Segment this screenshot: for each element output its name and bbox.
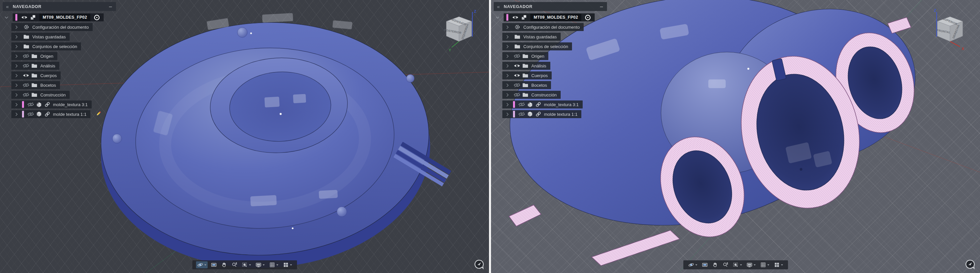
grid-settings-icon[interactable] (268, 261, 280, 268)
section-flange-strip[interactable] (509, 205, 541, 226)
tree-item-selection-sets[interactable]: Conjuntos de selección (494, 42, 607, 50)
tree-item-document-settings[interactable]: Configuración del documento (3, 23, 116, 31)
collapse-panel-icon[interactable]: « (497, 4, 500, 9)
visibility-eye-off-icon[interactable] (518, 112, 526, 117)
chevron-right-icon[interactable] (505, 54, 509, 58)
tree-item-construction[interactable]: Construcción (3, 91, 116, 99)
dropdown-caret-icon[interactable] (740, 264, 742, 266)
tree-item-molde-textura-31[interactable]: molde_textura 3:1 (494, 101, 607, 109)
visibility-eye-off-icon[interactable] (513, 54, 521, 58)
visibility-eye-off-icon[interactable] (513, 93, 521, 97)
chevron-right-icon[interactable] (14, 26, 18, 29)
navigation-badge-icon[interactable] (474, 259, 484, 271)
chevron-right-icon[interactable] (14, 45, 18, 48)
tree-item-document-settings[interactable]: Configuración del documento (494, 23, 607, 31)
tree-item-molde-textura-31[interactable]: molde_textura 3:1 (3, 101, 116, 109)
visibility-eye-off-icon[interactable] (22, 64, 30, 68)
collapse-panel-icon[interactable]: « (6, 4, 9, 9)
tree-item-bodies[interactable]: Cuerpos (494, 72, 607, 80)
orbit-icon[interactable] (687, 261, 698, 268)
activate-component-radio[interactable] (92, 14, 101, 21)
root-component-label[interactable]: MT09_MOLDES_FP02 (39, 14, 90, 21)
mold-body[interactable] (94, 5, 456, 273)
viewports-icon[interactable] (773, 261, 784, 268)
chevron-right-icon[interactable] (14, 112, 18, 116)
chevron-right-icon[interactable] (505, 112, 509, 116)
tree-item-molde-textura-11[interactable]: molde textura 1:1 (494, 110, 607, 118)
chevron-right-icon[interactable] (14, 54, 18, 58)
dropdown-caret-icon[interactable] (249, 264, 251, 266)
minimize-panel-icon[interactable]: – (109, 4, 112, 10)
visibility-eye-icon[interactable] (513, 64, 521, 68)
display-settings-icon[interactable] (255, 261, 266, 268)
viewport-left[interactable]: SUPERIOR POSTERIOR IZQUIERDA Z Y « NAVEG… (0, 0, 489, 273)
dropdown-caret-icon[interactable] (781, 264, 783, 266)
tree-item-root-component[interactable]: MT09_MOLDES_FP02 (3, 13, 116, 21)
zoom-window-icon[interactable] (241, 261, 252, 268)
visibility-eye-off-icon[interactable] (22, 83, 30, 88)
viewport-right[interactable]: SUPERIOR FRONTAL DERECHA Z X « NAVEGADOR… (491, 0, 980, 273)
tree-item-root-component[interactable]: MT09_MOLDES_FP02 (494, 13, 607, 21)
tree-item-saved-views[interactable]: Vistas guardadas (494, 33, 607, 41)
tree-item-origin[interactable]: Origen (3, 52, 116, 60)
root-component-label[interactable]: MT09_MOLDES_FP02 (530, 14, 581, 21)
dropdown-caret-icon[interactable] (695, 264, 697, 266)
viewports-icon[interactable] (282, 261, 293, 268)
minimize-panel-icon[interactable]: – (600, 4, 603, 10)
visibility-eye-off-icon[interactable] (22, 54, 30, 58)
tree-item-sketches[interactable]: Bocetos (494, 81, 607, 89)
display-settings-icon[interactable] (745, 261, 757, 268)
tree-item-analysis[interactable]: Análisis (494, 62, 607, 70)
chevron-right-icon[interactable] (14, 35, 18, 38)
dropdown-caret-icon[interactable] (290, 264, 292, 266)
pan-icon[interactable] (711, 261, 719, 268)
chevron-right-icon[interactable] (505, 103, 509, 106)
visibility-eye-icon[interactable] (20, 15, 29, 20)
grid-settings-icon[interactable] (759, 261, 771, 268)
chevron-right-icon[interactable] (505, 35, 509, 38)
look-at-icon[interactable] (210, 261, 218, 268)
chevron-down-icon[interactable] (5, 15, 8, 19)
visibility-eye-off-icon[interactable] (518, 102, 526, 107)
dropdown-caret-icon[interactable] (262, 264, 265, 266)
zoom-icon[interactable] (230, 261, 239, 268)
look-at-icon[interactable] (701, 261, 709, 268)
chevron-right-icon[interactable] (14, 103, 18, 106)
visibility-eye-off-icon[interactable] (27, 102, 35, 107)
tree-item-origin[interactable]: Origen (494, 52, 607, 60)
chevron-right-icon[interactable] (505, 83, 509, 87)
chevron-right-icon[interactable] (505, 26, 509, 29)
tree-item-sketches[interactable]: Bocetos (3, 81, 116, 89)
chevron-right-icon[interactable] (505, 45, 509, 48)
dropdown-caret-icon[interactable] (767, 264, 769, 266)
tree-item-molde-textura-11[interactable]: molde textura 1:1 (3, 110, 116, 118)
chevron-right-icon[interactable] (14, 74, 18, 77)
section-flange-strip[interactable] (592, 230, 680, 266)
visibility-eye-off-icon[interactable] (513, 83, 521, 88)
tree-item-bodies[interactable]: Cuerpos (3, 72, 116, 80)
navigation-badge-icon[interactable] (965, 259, 975, 271)
chevron-right-icon[interactable] (505, 93, 509, 96)
activate-component-radio[interactable] (583, 14, 592, 21)
visibility-eye-icon[interactable] (511, 15, 520, 20)
section-flange-tab[interactable] (888, 18, 911, 34)
tree-item-selection-sets[interactable]: Conjuntos de selección (3, 42, 116, 50)
chevron-right-icon[interactable] (14, 83, 18, 87)
chevron-right-icon[interactable] (14, 93, 18, 96)
viewcube[interactable]: SUPERIOR FRONTAL DERECHA Z X (933, 8, 970, 56)
dropdown-caret-icon[interactable] (276, 264, 278, 266)
visibility-eye-icon[interactable] (22, 73, 30, 78)
chevron-right-icon[interactable] (14, 64, 18, 67)
visibility-eye-off-icon[interactable] (22, 93, 30, 97)
dropdown-caret-icon[interactable] (754, 264, 756, 266)
zoom-icon[interactable] (721, 261, 730, 268)
tree-item-construction[interactable]: Construcción (494, 91, 607, 99)
tree-item-saved-views[interactable]: Vistas guardadas (3, 33, 116, 41)
tree-item-analysis[interactable]: Análisis (3, 62, 116, 70)
chevron-right-icon[interactable] (505, 74, 509, 77)
pan-icon[interactable] (220, 261, 228, 268)
zoom-window-icon[interactable] (732, 261, 743, 268)
dropdown-caret-icon[interactable] (204, 264, 206, 266)
visibility-eye-icon[interactable] (513, 73, 521, 78)
chevron-down-icon[interactable] (496, 15, 500, 19)
